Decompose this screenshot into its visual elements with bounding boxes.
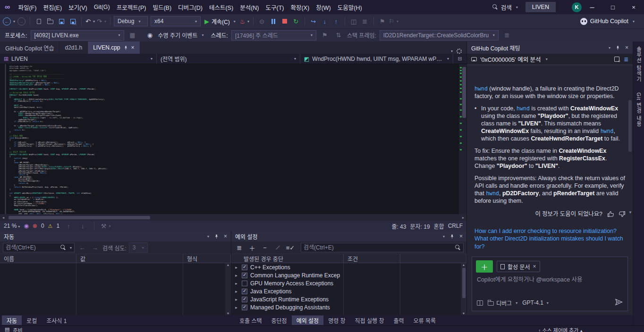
- debug-panel-tab[interactable]: 직접 실행 창: [350, 315, 389, 325]
- add-to-source-control-button[interactable]: ↑ 소스 제어에 추가 ▴: [538, 326, 583, 332]
- agent-mode-dropdown[interactable]: 디버그 ▾: [488, 299, 517, 307]
- next-issue-icon[interactable]: ↓: [77, 220, 88, 232]
- autos-panel-tab[interactable]: 자동: [2, 315, 22, 325]
- menu-item[interactable]: 빌드(B): [149, 0, 175, 14]
- message-segment[interactable]: hwnd: [486, 190, 499, 197]
- menu-item[interactable]: Git(G): [91, 0, 113, 14]
- model-dropdown[interactable]: GPT-4.1 ▾: [522, 299, 549, 306]
- scrollbar-thumb[interactable]: [462, 67, 466, 118]
- menu-item[interactable]: 보기(V): [65, 0, 91, 14]
- undo-button[interactable]: ↶▾: [85, 16, 95, 27]
- chevron-right-icon[interactable]: ▸: [234, 265, 239, 270]
- navigate-forward-button[interactable]: →: [16, 16, 26, 27]
- chat-input[interactable]: [477, 275, 623, 296]
- column-indicator[interactable]: 문자: 19: [410, 222, 430, 230]
- search-back-icon[interactable]: ←: [77, 242, 87, 253]
- new-file-icon[interactable]: [34, 16, 44, 27]
- close-panel-icon[interactable]: ×: [625, 44, 628, 51]
- navigate-back-button[interactable]: ←▾: [3, 16, 15, 27]
- accessibility-icon[interactable]: ◉: [24, 223, 28, 229]
- scroll-down-icon[interactable]: ▼: [628, 209, 632, 216]
- member-dropdown[interactable]: ◩ WndProc(HWND hwnd, UINT msg, WPARAM wP…: [300, 54, 453, 64]
- remove-chip-icon[interactable]: ×: [533, 263, 536, 270]
- menu-item[interactable]: 프로젝트(P): [113, 0, 150, 14]
- close-panel-icon[interactable]: ×: [224, 233, 227, 240]
- flag-threads-icon[interactable]: ⚑: [320, 30, 330, 41]
- layout-columns-icon[interactable]: [477, 300, 483, 306]
- chevron-down-icon[interactable]: ▾: [609, 46, 610, 50]
- exception-checkbox[interactable]: [242, 297, 247, 302]
- debug-panel-tab[interactable]: 명령 창: [323, 315, 350, 325]
- chevron-right-icon[interactable]: ▸: [234, 305, 239, 310]
- process-dropdown[interactable]: [4092] LIVEN.exe▾: [31, 30, 124, 41]
- platform-dropdown[interactable]: x64▾: [151, 16, 201, 26]
- pin-icon[interactable]: [615, 45, 620, 50]
- watch-icon[interactable]: ≣: [360, 16, 370, 27]
- exceptions-search-input[interactable]: [304, 244, 453, 251]
- search-depth-dropdown[interactable]: 3▾: [129, 242, 148, 253]
- column-condition[interactable]: 조건: [344, 254, 400, 263]
- document-list-dropdown-icon[interactable]: ▾: [451, 49, 453, 53]
- indent-indicator[interactable]: 혼합: [434, 222, 444, 230]
- scroll-down-icon[interactable]: ▼: [227, 312, 230, 315]
- debug-panel-tab[interactable]: 호출 스택: [235, 315, 267, 325]
- exceptions-scrollbar[interactable]: ▲ ▼: [461, 263, 466, 315]
- chevron-right-icon[interactable]: ▸: [234, 281, 239, 286]
- exception-checkbox[interactable]: [242, 289, 247, 294]
- message-segment[interactable]: hwnd: [475, 85, 488, 92]
- line-indicator[interactable]: 줄: 43: [391, 222, 406, 230]
- menu-item[interactable]: 테스트(S): [206, 0, 237, 14]
- menu-item[interactable]: 편집(E): [40, 0, 65, 14]
- process-step-icon[interactable]: ▦: [127, 30, 138, 41]
- autos-search-input[interactable]: [6, 244, 58, 251]
- active-document-chip[interactable]: 활성 문서 ×: [497, 261, 540, 272]
- github-copilot-toolbar-button[interactable]: GitHub Copilot ▾: [580, 18, 635, 25]
- continue-button[interactable]: ▶ 계속(C) ▾: [202, 16, 238, 27]
- tab-liven-cpp[interactable]: LIVEN.cpp ×: [88, 42, 140, 54]
- account-avatar[interactable]: K: [572, 2, 582, 12]
- followup-link[interactable]: How can I add error checking to resource…: [475, 227, 626, 235]
- scrollbar-thumb[interactable]: [628, 100, 632, 152]
- exception-row[interactable]: ▸ GPU Memory Access Exceptions: [231, 279, 466, 287]
- thread-dropdown[interactable]: [17496] 주 스레드▾: [231, 30, 316, 41]
- remove-exception-icon[interactable]: −: [260, 242, 270, 253]
- code-fix-icon[interactable]: ⚒▾: [101, 220, 111, 232]
- pin-icon[interactable]: [123, 45, 128, 50]
- exceptions-grid-body[interactable]: ▸ C++ Exceptions ▸ Common Language Runti…: [231, 263, 466, 315]
- message-segment[interactable]: hwnd: [517, 105, 530, 112]
- step-out-icon[interactable]: ↑: [331, 16, 341, 27]
- restart-button[interactable]: ↻: [291, 16, 301, 27]
- exception-checkbox[interactable]: [242, 305, 247, 310]
- side-tool-tab[interactable]: 솔루션 탐색기: [635, 46, 643, 82]
- menu-item[interactable]: 파일(F): [15, 0, 40, 14]
- warning-count[interactable]: 1: [56, 223, 59, 229]
- filter-icon[interactable]: ≣: [234, 242, 245, 253]
- debug-panel-tab[interactable]: 오류 목록: [409, 315, 441, 325]
- save-all-icon[interactable]: [68, 16, 78, 27]
- code-content[interactable]: #include <windows.h>#include <d2d1.h>#pr…: [9, 66, 107, 214]
- error-count[interactable]: 0: [41, 223, 44, 229]
- column-break-when-thrown[interactable]: 발생된 경우 중단: [231, 254, 344, 263]
- add-context-button[interactable]: ＋: [476, 260, 493, 273]
- step-over-icon[interactable]: ↪: [308, 16, 319, 27]
- chevron-down-icon[interactable]: ▾: [443, 234, 445, 239]
- chevron-down-icon[interactable]: ▾: [207, 234, 209, 239]
- exceptions-search-box[interactable]: [301, 243, 464, 252]
- scroll-up-icon[interactable]: ▲: [227, 263, 230, 266]
- project-dropdown[interactable]: ⊞ LIVEN ▾: [0, 54, 157, 64]
- chevron-right-icon[interactable]: ▸: [234, 289, 239, 294]
- side-tool-tab[interactable]: Git 변경 내용: [635, 92, 643, 127]
- exception-row[interactable]: ▸ JavaScript Runtime Exceptions: [231, 295, 466, 303]
- tab-d2d1-h[interactable]: d2d1.h: [59, 42, 88, 54]
- chat-history-icon[interactable]: ≣: [624, 56, 628, 63]
- menu-item[interactable]: 디버그(D): [175, 0, 206, 14]
- stop-debugging-button[interactable]: [280, 16, 290, 27]
- scroll-up-icon[interactable]: ▲: [462, 263, 466, 266]
- stack-frame-dropdown[interactable]: ID2D1RenderTarget::CreateSolidColorBru▾: [380, 30, 499, 41]
- copilot-panel-header[interactable]: GitHub Copilot 채팅 ▾ ×: [467, 42, 633, 54]
- split-editor-icon[interactable]: ⊟: [453, 54, 466, 64]
- thread-updown-icon[interactable]: ⇅: [333, 30, 344, 41]
- hot-reload-button[interactable]: ♨▾: [239, 16, 250, 27]
- bookmark-icon[interactable]: ⚑: [377, 16, 388, 27]
- tab-github-copilot-practice[interactable]: GitHub Copilot 연습: [0, 42, 59, 54]
